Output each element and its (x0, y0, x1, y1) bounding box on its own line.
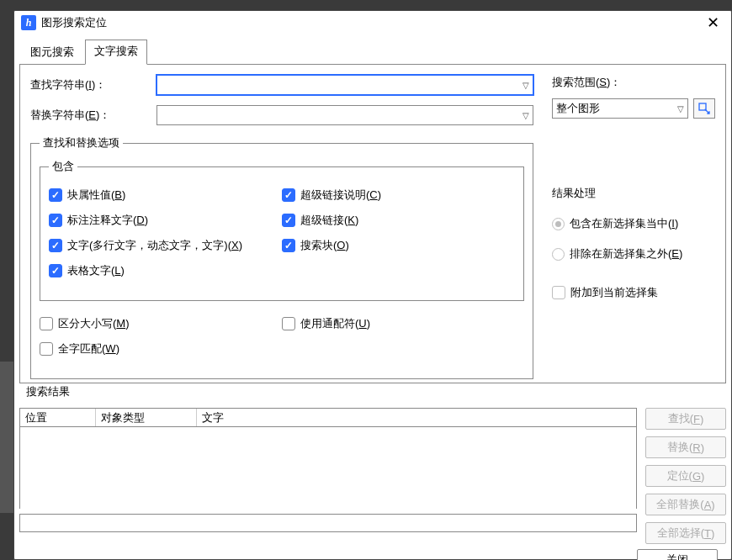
chk-text-multi[interactable]: 文字(多行文字，动态文字，文字)(X) (49, 238, 282, 253)
scope-label: 搜索范围(S)： (552, 75, 715, 90)
titlebar: h 图形搜索定位 ✕ (14, 11, 731, 34)
chk-whole[interactable]: 全字匹配(W) (40, 341, 282, 357)
radio-exclude[interactable]: 排除在新选择集之外(E) (552, 246, 715, 262)
chk-case[interactable]: 区分大小写(M) (40, 316, 282, 331)
chevron-down-icon: ▽ (522, 111, 529, 120)
find-button[interactable]: 查找(F) (645, 408, 726, 430)
include-legend: 包含 (49, 159, 77, 174)
col-text[interactable]: 文字 (197, 409, 636, 426)
tab-bar: 图元搜索 文字搜索 (19, 40, 726, 65)
chevron-down-icon: ▽ (677, 104, 684, 114)
replace-row: 替换字符串(E)： ▽ (30, 105, 533, 125)
content-area: 图元搜索 文字搜索 查找字符串(I)： ▽ 替换字符串(E)： ▽ 查找和替换选… (14, 34, 731, 560)
replace-combo[interactable]: ▽ (156, 105, 533, 125)
tab-text-search[interactable]: 文字搜索 (85, 40, 147, 65)
locate-button[interactable]: 定位(G) (645, 465, 726, 487)
chk-dim-text[interactable]: 标注注释文字(D) (49, 213, 282, 228)
chk-append[interactable]: 附加到当前选择集 (552, 285, 715, 300)
right-column: 搜索范围(S)： 整个图形▽ 结果处理 包含在新选择集当中(I) 排除在新选择集… (547, 75, 715, 372)
chk-wildcard[interactable]: 使用通配符(U) (282, 316, 524, 331)
chevron-down-icon: ▽ (522, 81, 529, 90)
chk-search-block[interactable]: 搜索块(O) (282, 238, 515, 253)
close-icon[interactable]: ✕ (701, 11, 724, 34)
find-combo[interactable]: ▽ (156, 75, 533, 95)
col-position[interactable]: 位置 (20, 409, 96, 426)
action-buttons: 查找(F) 替换(R) 定位(G) 全部替换(A) 全部选择(T) (645, 408, 726, 544)
status-input[interactable] (19, 514, 637, 532)
chk-hyperlink-desc[interactable]: 超级链接说明(C) (282, 188, 515, 203)
select-arrow-icon (698, 102, 711, 115)
options-legend: 查找和替换选项 (40, 135, 123, 151)
dialog-window: h 图形搜索定位 ✕ 图元搜索 文字搜索 查找字符串(I)： ▽ 替换字符串(E… (13, 10, 732, 560)
col-type[interactable]: 对象类型 (96, 409, 197, 426)
tab-element-search[interactable]: 图元搜索 (21, 40, 83, 66)
find-row: 查找字符串(I)： ▽ (30, 75, 533, 95)
replace-label: 替换字符串(E)： (30, 108, 156, 123)
results-body[interactable] (20, 427, 636, 508)
chk-hyperlink[interactable]: 超级链接(K) (282, 213, 515, 228)
results-legend: 搜索结果 (26, 384, 726, 399)
results-header: 位置 对象类型 文字 (20, 409, 636, 427)
left-column: 查找字符串(I)： ▽ 替换字符串(E)： ▽ 查找和替换选项 包含 块属性值(… (30, 75, 547, 372)
radio-include[interactable]: 包含在新选择集当中(I) (552, 216, 715, 231)
pick-objects-button[interactable] (693, 98, 715, 119)
results-table[interactable]: 位置 对象类型 文字 (19, 408, 637, 509)
replace-button[interactable]: 替换(R) (645, 436, 726, 458)
close-button[interactable]: 关闭 (637, 549, 718, 560)
include-fieldset: 包含 块属性值(B) 标注注释文字(D) 文字(多行文字，动态文字，文字)(X)… (40, 159, 524, 301)
find-label: 查找字符串(I)： (30, 77, 156, 92)
chk-block-attr[interactable]: 块属性值(B) (49, 188, 282, 203)
scope-combo[interactable]: 整个图形▽ (552, 98, 688, 119)
select-all-button[interactable]: 全部选择(T) (645, 522, 726, 544)
options-fieldset: 查找和替换选项 包含 块属性值(B) 标注注释文字(D) 文字(多行文字，动态文… (30, 135, 533, 379)
results-handling-legend: 结果处理 (552, 186, 715, 201)
replace-all-button[interactable]: 全部替换(A) (645, 494, 726, 515)
footer: 关闭 (19, 544, 726, 560)
window-title: 图形搜索定位 (41, 15, 701, 30)
chk-table-text[interactable]: 表格文字(L) (49, 263, 282, 278)
tab-panel: 查找字符串(I)： ▽ 替换字符串(E)： ▽ 查找和替换选项 包含 块属性值(… (19, 64, 726, 383)
results-area: 位置 对象类型 文字 查找(F) 替换(R) 定位(G) 全部替换(A) 全部选… (19, 408, 726, 544)
app-icon: h (21, 15, 36, 30)
